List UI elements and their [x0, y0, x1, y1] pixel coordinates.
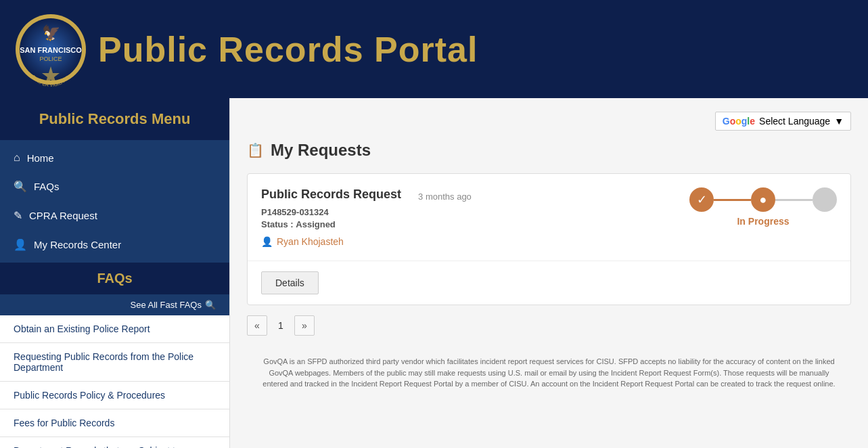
prev-page-button[interactable]: « [247, 315, 267, 336]
requests-title: My Requests [271, 141, 371, 160]
request-card: Public Records Request 3 months ago P148… [248, 174, 850, 261]
details-row: Details [248, 261, 850, 305]
sidebar: Public Records Menu ⌂ Home 🔍 FAQs ✎ CPRA… [0, 98, 230, 448]
main-layout: Public Records Menu ⌂ Home 🔍 FAQs ✎ CPRA… [0, 98, 868, 448]
progress-steps: ✓ ● [689, 187, 837, 212]
svg-text:SAN FRANCISCO: SAN FRANCISCO [20, 46, 82, 54]
sidebar-item-cpra[interactable]: ✎ CPRA Request [0, 201, 229, 230]
request-time: 3 months ago [418, 192, 472, 202]
progress-tracker: ✓ ● In Progress [689, 187, 837, 227]
header-title: Public Records Portal [98, 29, 478, 70]
search-icon: 🔍 [14, 180, 27, 193]
badge-svg: 🦅 SAN FRANCISCO POLICE SEMPER VIGILANS [14, 12, 88, 87]
see-all-faqs-link[interactable]: See All Fast FAQs 🔍 [14, 300, 216, 310]
requests-icon: 📋 [247, 142, 264, 158]
google-icon: Google [723, 116, 755, 127]
pagination: « 1 » [247, 315, 851, 336]
edit-icon: ✎ [14, 209, 22, 222]
faq-item-1[interactable]: Requesting Public Records from the Polic… [0, 343, 229, 382]
home-icon: ⌂ [14, 152, 20, 164]
step-line-1 [714, 199, 751, 201]
request-user[interactable]: 👤 Ryan Khojasteh [261, 236, 472, 247]
sidebar-faq-items: Obtain an Existing Police Report Request… [0, 315, 229, 448]
step-3 [813, 187, 837, 212]
translate-dropdown-icon: ▼ [834, 116, 844, 127]
requests-header: 📋 My Requests [247, 141, 851, 160]
sidebar-nav: ⌂ Home 🔍 FAQs ✎ CPRA Request 👤 My Record… [0, 140, 229, 263]
logo-badge: 🦅 SAN FRANCISCO POLICE SEMPER VIGILANS [14, 12, 88, 87]
see-all-label: See All Fast FAQs [131, 300, 202, 310]
user-icon: 👤 [14, 238, 27, 251]
request-info: Public Records Request 3 months ago P148… [261, 187, 472, 247]
sidebar-see-all: See All Fast FAQs 🔍 [0, 294, 229, 315]
sidebar-item-home-label: Home [27, 152, 54, 164]
faq-item-3[interactable]: Fees for Public Records [0, 409, 229, 437]
sidebar-item-cpra-label: CPRA Request [29, 210, 97, 221]
sidebar-item-my-records[interactable]: 👤 My Records Center [0, 230, 229, 259]
faq-item-2[interactable]: Public Records Policy & Procedures [0, 382, 229, 409]
user-name: Ryan Khojasteh [277, 236, 344, 247]
svg-text:POLICE: POLICE [39, 55, 62, 62]
content-area: Google Select Language ▼ 📋 My Requests P… [230, 98, 868, 448]
svg-text:🦅: 🦅 [42, 24, 61, 42]
details-button[interactable]: Details [261, 271, 319, 294]
page-number: 1 [271, 315, 291, 336]
sidebar-faqs-title: FAQs [0, 263, 229, 294]
step-1: ✓ [689, 187, 714, 212]
footer-text: GovQA is an SFPD authorized third party … [247, 356, 851, 390]
request-card-container: Public Records Request 3 months ago P148… [247, 173, 851, 305]
status-value: Assigned [296, 219, 336, 229]
sidebar-item-home[interactable]: ⌂ Home [0, 143, 229, 172]
search-small-icon: 🔍 [205, 300, 216, 310]
translate-row: Google Select Language ▼ [247, 112, 851, 131]
sidebar-item-my-records-label: My Records Center [34, 239, 121, 250]
faq-item-4[interactable]: Department Records that are Subject to D… [0, 437, 229, 448]
user-avatar-icon: 👤 [261, 236, 273, 247]
step-2: ● [751, 187, 775, 212]
next-page-button[interactable]: » [294, 315, 315, 336]
request-status: Status : Assigned [261, 219, 472, 229]
sidebar-menu-title: Public Records Menu [0, 98, 229, 140]
logo-container: 🦅 SAN FRANCISCO POLICE SEMPER VIGILANS P… [14, 12, 478, 87]
request-id: P148529-031324 [261, 207, 472, 217]
sidebar-item-faqs[interactable]: 🔍 FAQs [0, 172, 229, 201]
status-label: Status : [261, 219, 294, 229]
translate-button[interactable]: Google Select Language ▼ [715, 112, 851, 131]
request-top: Public Records Request 3 months ago [261, 187, 472, 205]
progress-label: In Progress [737, 216, 789, 227]
header: 🦅 SAN FRANCISCO POLICE SEMPER VIGILANS P… [0, 0, 868, 98]
request-type: Public Records Request [261, 187, 401, 202]
faq-item-0[interactable]: Obtain an Existing Police Report [0, 315, 229, 343]
step-line-2 [775, 199, 813, 201]
sidebar-item-faqs-label: FAQs [34, 181, 60, 192]
translate-label: Select Language [759, 116, 830, 127]
